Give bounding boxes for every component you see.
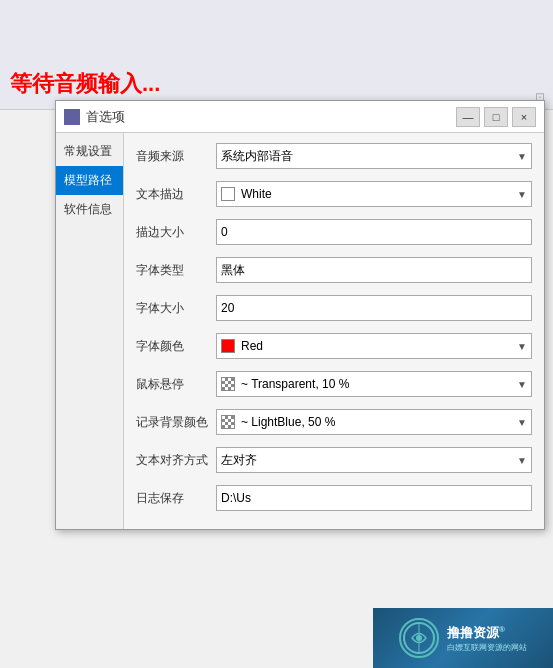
sidebar-item-model[interactable]: 模型路径 — [56, 166, 123, 195]
input-font-type[interactable] — [216, 257, 532, 283]
close-button[interactable]: × — [512, 107, 536, 127]
control-font-size — [216, 295, 532, 321]
top-area: 等待音频输入... ⊡ — [0, 0, 553, 110]
chevron-down-icon: ▼ — [517, 341, 527, 352]
label-mouse-hover: 鼠标悬停 — [136, 376, 216, 393]
title-bar-controls: — □ × — [456, 107, 536, 127]
control-bg-color: ~ LightBlue, 50 % ▼ — [216, 409, 532, 435]
label-log-save: 日志保存 — [136, 490, 216, 507]
sidebar: 常规设置 模型路径 软件信息 — [56, 133, 124, 529]
label-text-stroke: 文本描边 — [136, 186, 216, 203]
select-text-align[interactable]: 左对齐 ▼ — [216, 447, 532, 473]
control-text-align: 左对齐 ▼ — [216, 447, 532, 473]
label-font-size: 字体大小 — [136, 300, 216, 317]
form-row-font-size: 字体大小 — [136, 293, 532, 323]
watermark-text-area: 撸撸资源® 白嫖互联网资源的网站 — [447, 624, 527, 653]
select-mouse-hover[interactable]: ~ Transparent, 10 % ▼ — [216, 371, 532, 397]
waiting-text: 等待音频输入... — [10, 69, 160, 99]
watermark-brand-name: 撸撸资源® — [447, 624, 527, 642]
label-bg-color: 记录背景颜色 — [136, 414, 216, 431]
chevron-down-icon: ▼ — [517, 455, 527, 466]
chevron-down-icon: ▼ — [517, 151, 527, 162]
control-audio-source: 系统内部语音 ▼ — [216, 143, 532, 169]
input-stroke-size[interactable] — [216, 219, 532, 245]
select-font-color[interactable]: Red ▼ — [216, 333, 532, 359]
chevron-down-icon: ▼ — [517, 189, 527, 200]
title-bar: 首选项 — □ × — [56, 101, 544, 133]
form-row-bg-color: 记录背景颜色 ~ LightBlue, 50 % ▼ — [136, 407, 532, 437]
settings-content: 音频来源 系统内部语音 ▼ 文本描边 White — [124, 133, 544, 529]
form-row-mouse-hover: 鼠标悬停 ~ Transparent, 10 % ▼ — [136, 369, 532, 399]
dialog-title: 首选项 — [86, 108, 456, 126]
sidebar-item-about[interactable]: 软件信息 — [56, 195, 123, 224]
label-font-color: 字体颜色 — [136, 338, 216, 355]
minimize-button[interactable]: — — [456, 107, 480, 127]
sidebar-item-general[interactable]: 常规设置 — [56, 137, 123, 166]
input-log-save[interactable] — [216, 485, 532, 511]
watermark-container: 撸撸资源® 白嫖互联网资源的网站 — [389, 618, 537, 658]
red-swatch — [221, 339, 235, 353]
watermark-reg: ® — [499, 624, 505, 633]
form-row-font-type: 字体类型 — [136, 255, 532, 285]
select-text-stroke[interactable]: White ▼ — [216, 181, 532, 207]
form-row-stroke-size: 描边大小 — [136, 217, 532, 247]
watermark: 撸撸资源® 白嫖互联网资源的网站 — [373, 608, 553, 668]
select-bg-color[interactable]: ~ LightBlue, 50 % ▼ — [216, 409, 532, 435]
checker-swatch — [221, 377, 235, 391]
checker-swatch-2 — [221, 415, 235, 429]
dialog-body: 常规设置 模型路径 软件信息 音频来源 系统内部语音 ▼ — [56, 133, 544, 529]
control-text-stroke: White ▼ — [216, 181, 532, 207]
control-font-color: Red ▼ — [216, 333, 532, 359]
preferences-dialog: 首选项 — □ × 常规设置 模型路径 软件信息 音频来源 — [55, 100, 545, 530]
form-row-audio-source: 音频来源 系统内部语音 ▼ — [136, 141, 532, 171]
label-text-align: 文本对齐方式 — [136, 452, 216, 469]
form-row-text-align: 文本对齐方式 左对齐 ▼ — [136, 445, 532, 475]
control-log-save — [216, 485, 532, 511]
chevron-down-icon: ▼ — [517, 417, 527, 428]
label-font-type: 字体类型 — [136, 262, 216, 279]
maximize-button[interactable]: □ — [484, 107, 508, 127]
form-row-log-save: 日志保存 — [136, 483, 532, 513]
input-font-size[interactable] — [216, 295, 532, 321]
select-audio-source[interactable]: 系统内部语音 ▼ — [216, 143, 532, 169]
white-swatch — [221, 187, 235, 201]
watermark-subtitle: 白嫖互联网资源的网站 — [447, 642, 527, 653]
control-mouse-hover: ~ Transparent, 10 % ▼ — [216, 371, 532, 397]
logo-svg — [402, 621, 436, 655]
form-row-text-stroke: 文本描边 White ▼ — [136, 179, 532, 209]
form-row-font-color: 字体颜色 Red ▼ — [136, 331, 532, 361]
control-stroke-size — [216, 219, 532, 245]
control-font-type — [216, 257, 532, 283]
watermark-logo-icon — [399, 618, 439, 658]
chevron-down-icon: ▼ — [517, 379, 527, 390]
label-audio-source: 音频来源 — [136, 148, 216, 165]
label-stroke-size: 描边大小 — [136, 224, 216, 241]
dialog-icon — [64, 109, 80, 125]
